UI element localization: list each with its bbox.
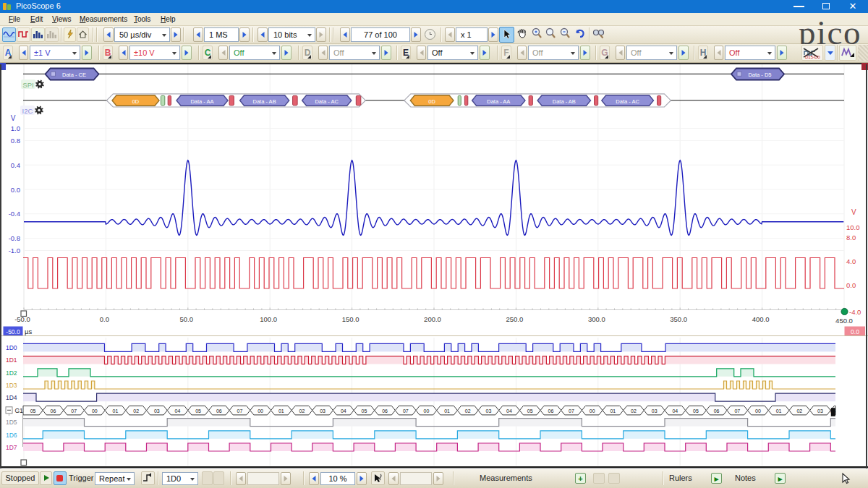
svg-text:02: 02 [796,408,802,414]
svg-text:05: 05 [195,408,201,414]
svg-text:µs: µs [25,328,32,335]
svg-text:02: 02 [133,408,139,414]
svg-text:-0.8: -0.8 [9,234,20,242]
svg-text:200.0: 200.0 [424,315,441,323]
svg-text:-4.0: -4.0 [849,308,861,316]
svg-text:1D5: 1D5 [6,419,17,426]
svg-text:07: 07 [71,408,77,414]
svg-text:06: 06 [216,408,222,414]
svg-text:00: 00 [92,408,98,414]
svg-text:Data - D5: Data - D5 [748,72,771,78]
svg-text:D15-D0: D15-D0 [805,55,820,59]
svg-text:00: 00 [590,408,595,414]
svg-text:1D4: 1D4 [6,394,17,401]
svg-text:0.0: 0.0 [851,328,859,335]
svg-text:01: 01 [444,408,450,414]
svg-text:05: 05 [527,408,533,414]
svg-text:01: 01 [610,408,616,414]
svg-text:150.0: 150.0 [342,315,359,323]
svg-text:0.0: 0.0 [11,186,20,194]
svg-text:1D6: 1D6 [6,432,17,439]
svg-text:0.8: 0.8 [11,137,20,145]
svg-text:01: 01 [776,408,782,414]
svg-text:05: 05 [30,408,36,414]
svg-text:07: 07 [403,408,409,414]
svg-text:8.0: 8.0 [846,234,856,241]
svg-text:0D: 0D [132,98,140,105]
svg-text:06: 06 [382,408,388,414]
svg-text:-50.0: -50.0 [6,328,20,335]
svg-text:450.0: 450.0 [835,317,853,325]
svg-text:03: 03 [486,408,492,414]
svg-text:03: 03 [154,408,160,414]
svg-text:1D3: 1D3 [6,382,17,389]
svg-text:06: 06 [51,408,56,414]
svg-text:V: V [11,114,16,122]
svg-text:04: 04 [341,408,346,414]
svg-text:04: 04 [672,408,678,414]
svg-text:00: 00 [755,408,761,414]
svg-text:I2C: I2C [22,107,33,115]
svg-text:50.0: 50.0 [180,315,194,323]
svg-text:01: 01 [278,408,284,414]
svg-text:05: 05 [362,408,367,414]
svg-text:07: 07 [237,408,243,414]
svg-text:-1.0: -1.0 [9,247,20,254]
svg-text:05: 05 [693,408,699,414]
svg-text:04: 04 [506,408,512,414]
svg-text:350.0: 350.0 [670,315,687,323]
svg-text:02: 02 [299,408,305,414]
svg-text:02: 02 [631,408,637,414]
svg-text:07: 07 [734,408,740,414]
svg-text:250.0: 250.0 [506,315,524,323]
svg-text:1D1: 1D1 [6,356,17,364]
svg-text:Data - AA: Data - AA [190,98,213,105]
svg-text:00: 00 [258,408,263,414]
svg-text:0.4: 0.4 [11,161,20,169]
svg-text:Data - AC: Data - AC [315,98,339,105]
svg-text:06: 06 [714,408,720,414]
svg-text:Data - AA: Data - AA [487,98,510,105]
svg-text:10.0: 10.0 [846,223,860,231]
svg-text:01: 01 [113,408,119,414]
svg-text:07: 07 [569,408,574,414]
svg-text:Data - CE: Data - CE [62,72,86,78]
svg-text:G1: G1 [15,407,24,414]
svg-text:100.0: 100.0 [260,315,277,323]
svg-text:1.0: 1.0 [11,124,20,132]
svg-text:1D0: 1D0 [6,344,17,351]
svg-text:03: 03 [817,408,823,414]
svg-text:V: V [851,208,856,216]
svg-text:-0.4: -0.4 [9,210,20,218]
svg-text:00: 00 [424,408,430,414]
svg-text:03: 03 [320,408,326,414]
svg-text:0D: 0D [428,98,435,105]
svg-text:1D2: 1D2 [6,369,17,377]
svg-text:Data - AB: Data - AB [253,98,276,105]
svg-text:1D7: 1D7 [6,444,17,451]
svg-text:02: 02 [465,408,471,414]
svg-text:SPI: SPI [22,81,33,89]
svg-text:03: 03 [652,408,658,414]
svg-text:04: 04 [175,408,181,414]
svg-text:0.0: 0.0 [846,281,856,289]
svg-text:Data - AC: Data - AC [616,98,639,105]
svg-text:0.0: 0.0 [100,315,109,323]
svg-text:06: 06 [548,408,554,414]
svg-text:4.0: 4.0 [846,257,856,265]
svg-text:400.0: 400.0 [752,315,770,323]
svg-text:300.0: 300.0 [588,315,605,323]
svg-text:Data - AB: Data - AB [553,98,576,105]
